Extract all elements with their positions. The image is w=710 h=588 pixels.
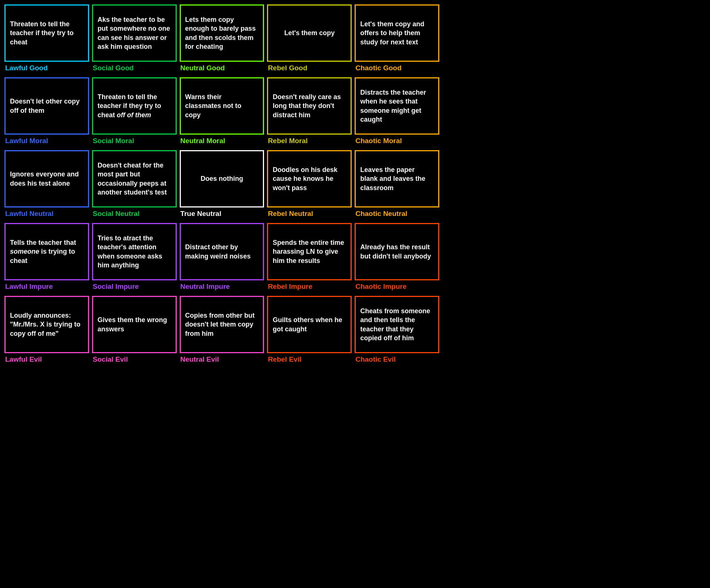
cell-r3c5: Leaves the paper blank and leaves the cl… [353,149,441,222]
card-text: Doesn't cheat for the most part but occa… [98,161,171,197]
label-r4c2: Social Impure [92,280,177,293]
cell-r2c4: Doesn't really care as long that they do… [266,76,353,149]
card-text: Loudly announces: "Mr./Mrs. X is trying … [10,311,84,338]
label-r1c2: Social Good [92,62,177,74]
label-r1c1: Lawful Good [4,62,89,74]
card-text: Threaten to tell the teacher if they try… [10,20,84,47]
label-r4c3: Neutral Impure [180,280,264,293]
card-r4c5: Already has the result but didn't tell a… [355,223,439,280]
card-r3c4: Doodles on his desk cause he knows he wo… [267,150,352,207]
cell-r4c3: Distract other by making weird noisesNeu… [178,222,266,294]
card-text: Doesn't really care as long that they do… [273,92,346,119]
card-text: Gives them the wrong answers [98,315,171,334]
card-r3c3: Does nothing [180,150,264,207]
cell-r2c3: Warns their classmates not to copyNeutra… [178,76,266,149]
cell-r4c4: Spends the entire time harassing LN to g… [266,222,353,294]
card-text: Let's them copy and offers to help them … [360,20,434,47]
cell-r5c5: Cheats from someone and then tells the t… [353,294,441,367]
card-r1c1: Threaten to tell the teacher if they try… [4,4,89,62]
cell-r1c5: Let's them copy and offers to help them … [353,3,441,76]
card-r2c2: Threaten to tell the teacher if they try… [92,77,177,135]
card-r5c4: Guilts others when he got caught [267,296,352,353]
label-r2c1: Lawful Moral [4,135,89,147]
label-r3c1: Lawful Neutral [4,207,89,220]
label-r3c4: Rebel Neutral [267,207,352,220]
card-r3c2: Doesn't cheat for the most part but occa… [92,150,177,207]
card-r5c3: Copies from other but doesn't let them c… [180,296,264,353]
card-text: Doodles on his desk cause he knows he wo… [273,165,346,192]
label-r3c5: Chaotic Neutral [355,207,439,220]
card-r4c3: Distract other by making weird noises [180,223,264,280]
label-r1c5: Chaotic Good [355,62,439,74]
card-r2c1: Doesn't let other copy off of them [4,77,89,135]
true-neutral-inner: Does nothing [185,155,259,203]
card-r4c4: Spends the entire time harassing LN to g… [267,223,352,280]
label-r3c3: True Neutral [180,207,264,220]
cell-r4c5: Already has the result but didn't tell a… [353,222,441,294]
cell-r3c3: Does nothingTrue Neutral [178,149,266,222]
cell-r1c4: Let's them copyRebel Good [266,3,353,76]
cell-r3c2: Doesn't cheat for the most part but occa… [91,149,178,222]
card-r5c2: Gives them the wrong answers [92,296,177,353]
label-r4c1: Lawful Impure [4,280,89,293]
cell-r5c2: Gives them the wrong answersSocial Evil [91,294,178,367]
label-r2c3: Neutral Moral [180,135,264,147]
card-text: Let's them copy [284,28,335,37]
card-r2c5: Distracts the teacher when he sees that … [355,77,439,135]
cell-r2c1: Doesn't let other copy off of themLawful… [3,76,91,149]
label-r4c4: Rebel Impure [267,280,352,293]
card-text: Spends the entire time harassing LN to g… [273,238,346,265]
label-r5c3: Neutral Evil [180,353,264,366]
card-text: Already has the result but didn't tell a… [360,243,434,261]
card-text: Distracts the teacher when he sees that … [360,88,434,124]
card-text: Lets them copy enough to barely pass and… [185,15,259,51]
label-r5c5: Chaotic Evil [355,353,439,366]
label-r2c4: Rebel Moral [267,135,352,147]
card-text: Ignores everyone and does his test alone [10,170,84,188]
card-r1c4: Let's them copy [267,4,352,62]
cell-r4c2: Tries to atract the teacher's attention … [91,222,178,294]
card-r5c5: Cheats from someone and then tells the t… [355,296,439,353]
card-r5c1: Loudly announces: "Mr./Mrs. X is trying … [4,296,89,353]
card-r3c5: Leaves the paper blank and leaves the cl… [355,150,439,207]
cell-r2c2: Threaten to tell the teacher if they try… [91,76,178,149]
card-r3c1: Ignores everyone and does his test alone [4,150,89,207]
cell-r5c4: Guilts others when he got caughtRebel Ev… [266,294,353,367]
cell-r2c5: Distracts the teacher when he sees that … [353,76,441,149]
card-text: Guilts others when he got caught [273,315,346,334]
label-r3c2: Social Neutral [92,207,177,220]
cell-r1c3: Lets them copy enough to barely pass and… [178,3,266,76]
label-r1c4: Rebel Good [267,62,352,74]
card-text: Tells the teacher that someone is trying… [10,238,84,265]
label-r2c5: Chaotic Moral [355,135,439,147]
card-text: Aks the teacher to be put somewhere no o… [98,15,171,51]
card-text: Cheats from someone and then tells the t… [360,307,434,342]
cell-r1c2: Aks the teacher to be put somewhere no o… [91,3,178,76]
card-text: Distract other by making weird noises [185,243,259,261]
cell-r3c4: Doodles on his desk cause he knows he wo… [266,149,353,222]
cell-r3c1: Ignores everyone and does his test alone… [3,149,91,222]
card-text: Threaten to tell the teacher if they try… [98,92,171,119]
cell-r5c1: Loudly announces: "Mr./Mrs. X is trying … [3,294,91,367]
card-text: Does nothing [200,174,243,183]
card-r1c5: Let's them copy and offers to help them … [355,4,439,62]
card-r4c2: Tries to atract the teacher's attention … [92,223,177,280]
label-r5c2: Social Evil [92,353,177,366]
alignment-grid: Threaten to tell the teacher if they try… [0,0,444,370]
card-text: Tries to atract the teacher's attention … [98,234,171,270]
card-text: Warns their classmates not to copy [185,92,259,119]
card-text: Leaves the paper blank and leaves the cl… [360,165,434,192]
cell-r1c1: Threaten to tell the teacher if they try… [3,3,91,76]
label-r5c1: Lawful Evil [4,353,89,366]
label-r4c5: Chaotic Impure [355,280,439,293]
card-text: Copies from other but doesn't let them c… [185,311,259,338]
label-r2c2: Social Moral [92,135,177,147]
card-r4c1: Tells the teacher that someone is trying… [4,223,89,280]
card-text: Doesn't let other copy off of them [10,97,84,115]
cell-r4c1: Tells the teacher that someone is trying… [3,222,91,294]
card-r1c2: Aks the teacher to be put somewhere no o… [92,4,177,62]
cell-r5c3: Copies from other but doesn't let them c… [178,294,266,367]
label-r5c4: Rebel Evil [267,353,352,366]
card-r1c3: Lets them copy enough to barely pass and… [180,4,264,62]
label-r1c3: Neutral Good [180,62,264,74]
